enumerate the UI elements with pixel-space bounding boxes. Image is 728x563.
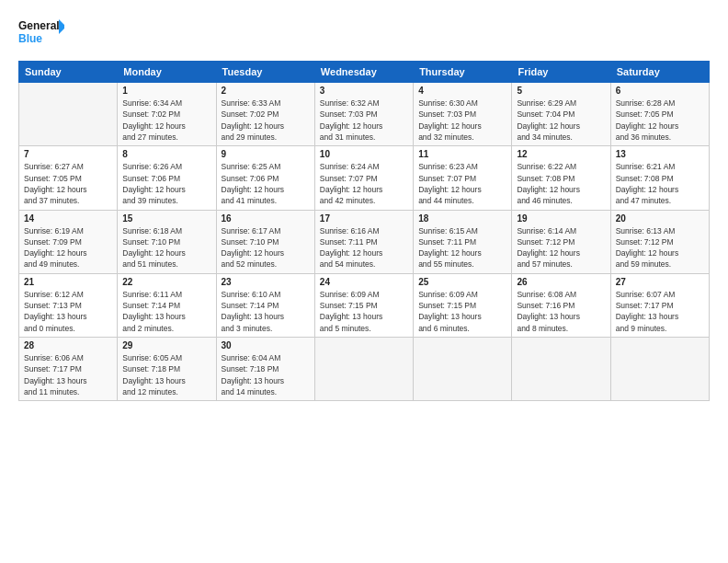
cell-info: Sunrise: 6:16 AM Sunset: 7:11 PM Dayligh… (320, 225, 408, 270)
date-number: 10 (320, 149, 408, 159)
date-number: 11 (418, 149, 506, 159)
calendar-cell: 26Sunrise: 6:08 AM Sunset: 7:16 PM Dayli… (512, 273, 610, 337)
date-number: 5 (517, 86, 605, 96)
cell-info: Sunrise: 6:32 AM Sunset: 7:03 PM Dayligh… (320, 98, 408, 143)
cell-info: Sunrise: 6:28 AM Sunset: 7:05 PM Dayligh… (616, 98, 704, 143)
calendar-cell: 8Sunrise: 6:26 AM Sunset: 7:06 PM Daylig… (118, 146, 216, 210)
calendar-cell: 17Sunrise: 6:16 AM Sunset: 7:11 PM Dayli… (314, 210, 413, 273)
cell-info: Sunrise: 6:14 AM Sunset: 7:12 PM Dayligh… (517, 225, 605, 270)
calendar-cell (19, 83, 118, 146)
cell-info: Sunrise: 6:06 AM Sunset: 7:17 PM Dayligh… (24, 352, 112, 397)
svg-marker-2 (59, 19, 64, 34)
calendar-cell: 22Sunrise: 6:11 AM Sunset: 7:14 PM Dayli… (118, 273, 216, 337)
calendar-cell: 21Sunrise: 6:12 AM Sunset: 7:13 PM Dayli… (19, 273, 118, 337)
svg-text:General: General (18, 19, 60, 32)
calendar-cell: 24Sunrise: 6:09 AM Sunset: 7:15 PM Dayli… (314, 273, 413, 337)
date-number: 21 (24, 277, 112, 287)
date-number: 20 (616, 213, 704, 224)
cell-info: Sunrise: 6:08 AM Sunset: 7:16 PM Dayligh… (517, 289, 605, 334)
calendar-cell: 12Sunrise: 6:22 AM Sunset: 7:08 PM Dayli… (512, 146, 610, 210)
cell-info: Sunrise: 6:22 AM Sunset: 7:08 PM Dayligh… (517, 161, 605, 206)
date-number: 19 (517, 213, 605, 224)
cell-info: Sunrise: 6:05 AM Sunset: 7:18 PM Dayligh… (122, 352, 210, 397)
svg-text:Blue: Blue (18, 32, 42, 45)
cell-info: Sunrise: 6:09 AM Sunset: 7:15 PM Dayligh… (418, 289, 506, 334)
cell-info: Sunrise: 6:12 AM Sunset: 7:13 PM Dayligh… (24, 289, 112, 334)
calendar-cell (610, 338, 709, 401)
date-number: 29 (122, 340, 210, 350)
calendar-header-row: SundayMondayTuesdayWednesdayThursdayFrid… (19, 62, 710, 83)
calendar-cell: 7Sunrise: 6:27 AM Sunset: 7:05 PM Daylig… (19, 146, 118, 210)
calendar-cell: 14Sunrise: 6:19 AM Sunset: 7:09 PM Dayli… (19, 210, 118, 273)
date-number: 13 (616, 149, 704, 159)
cell-info: Sunrise: 6:04 AM Sunset: 7:18 PM Dayligh… (222, 352, 310, 397)
calendar-cell: 3Sunrise: 6:32 AM Sunset: 7:03 PM Daylig… (314, 83, 413, 146)
col-header-saturday: Saturday (610, 62, 709, 83)
cell-info: Sunrise: 6:11 AM Sunset: 7:14 PM Dayligh… (122, 289, 210, 334)
date-number: 27 (616, 277, 704, 287)
cell-info: Sunrise: 6:09 AM Sunset: 7:15 PM Dayligh… (320, 289, 408, 334)
cell-info: Sunrise: 6:19 AM Sunset: 7:09 PM Dayligh… (24, 225, 112, 270)
date-number: 6 (616, 86, 704, 96)
calendar-cell: 5Sunrise: 6:29 AM Sunset: 7:04 PM Daylig… (512, 83, 610, 146)
calendar-cell: 18Sunrise: 6:15 AM Sunset: 7:11 PM Dayli… (414, 210, 512, 273)
calendar-cell: 2Sunrise: 6:33 AM Sunset: 7:02 PM Daylig… (216, 83, 314, 146)
calendar-cell (314, 338, 413, 401)
cell-info: Sunrise: 6:23 AM Sunset: 7:07 PM Dayligh… (418, 161, 506, 206)
logo-svg: General Blue (18, 15, 64, 52)
calendar-cell: 19Sunrise: 6:14 AM Sunset: 7:12 PM Dayli… (512, 210, 610, 273)
date-number: 3 (320, 86, 408, 96)
cell-info: Sunrise: 6:24 AM Sunset: 7:07 PM Dayligh… (320, 161, 408, 206)
cell-info: Sunrise: 6:17 AM Sunset: 7:10 PM Dayligh… (222, 225, 310, 270)
date-number: 2 (222, 86, 310, 96)
calendar-cell: 23Sunrise: 6:10 AM Sunset: 7:14 PM Dayli… (216, 273, 314, 337)
cell-info: Sunrise: 6:15 AM Sunset: 7:11 PM Dayligh… (418, 225, 506, 270)
cell-info: Sunrise: 6:33 AM Sunset: 7:02 PM Dayligh… (222, 98, 310, 143)
date-number: 28 (24, 340, 112, 350)
date-number: 24 (320, 277, 408, 287)
cell-info: Sunrise: 6:18 AM Sunset: 7:10 PM Dayligh… (122, 225, 210, 270)
cell-info: Sunrise: 6:25 AM Sunset: 7:06 PM Dayligh… (222, 161, 310, 206)
page-header: General Blue (18, 15, 710, 52)
date-number: 26 (517, 277, 605, 287)
date-number: 1 (122, 86, 210, 96)
calendar-cell (414, 338, 512, 401)
cell-info: Sunrise: 6:10 AM Sunset: 7:14 PM Dayligh… (222, 289, 310, 334)
calendar-cell: 20Sunrise: 6:13 AM Sunset: 7:12 PM Dayli… (610, 210, 709, 273)
calendar-cell: 25Sunrise: 6:09 AM Sunset: 7:15 PM Dayli… (414, 273, 512, 337)
calendar-week-row: 14Sunrise: 6:19 AM Sunset: 7:09 PM Dayli… (19, 210, 710, 273)
col-header-sunday: Sunday (19, 62, 118, 83)
calendar-table: SundayMondayTuesdayWednesdayThursdayFrid… (18, 61, 710, 401)
calendar-cell: 30Sunrise: 6:04 AM Sunset: 7:18 PM Dayli… (216, 338, 314, 401)
col-header-wednesday: Wednesday (314, 62, 413, 83)
date-number: 12 (517, 149, 605, 159)
date-number: 23 (222, 277, 310, 287)
calendar-week-row: 21Sunrise: 6:12 AM Sunset: 7:13 PM Dayli… (19, 273, 710, 337)
date-number: 8 (122, 149, 210, 159)
date-number: 25 (418, 277, 506, 287)
calendar-cell: 9Sunrise: 6:25 AM Sunset: 7:06 PM Daylig… (216, 146, 314, 210)
calendar-week-row: 7Sunrise: 6:27 AM Sunset: 7:05 PM Daylig… (19, 146, 710, 210)
cell-info: Sunrise: 6:21 AM Sunset: 7:08 PM Dayligh… (616, 161, 704, 206)
calendar-week-row: 1Sunrise: 6:34 AM Sunset: 7:02 PM Daylig… (19, 83, 710, 146)
date-number: 17 (320, 213, 408, 224)
col-header-friday: Friday (512, 62, 610, 83)
date-number: 4 (418, 86, 506, 96)
cell-info: Sunrise: 6:27 AM Sunset: 7:05 PM Dayligh… (24, 161, 112, 206)
logo: General Blue (18, 15, 64, 52)
calendar-cell: 28Sunrise: 6:06 AM Sunset: 7:17 PM Dayli… (19, 338, 118, 401)
calendar-cell: 6Sunrise: 6:28 AM Sunset: 7:05 PM Daylig… (610, 83, 709, 146)
date-number: 16 (222, 213, 310, 224)
date-number: 30 (222, 340, 310, 350)
cell-info: Sunrise: 6:34 AM Sunset: 7:02 PM Dayligh… (122, 98, 210, 143)
cell-info: Sunrise: 6:29 AM Sunset: 7:04 PM Dayligh… (517, 98, 605, 143)
date-number: 7 (24, 149, 112, 159)
date-number: 9 (222, 149, 310, 159)
calendar-cell: 15Sunrise: 6:18 AM Sunset: 7:10 PM Dayli… (118, 210, 216, 273)
date-number: 18 (418, 213, 506, 224)
cell-info: Sunrise: 6:26 AM Sunset: 7:06 PM Dayligh… (122, 161, 210, 206)
calendar-cell: 13Sunrise: 6:21 AM Sunset: 7:08 PM Dayli… (610, 146, 709, 210)
col-header-thursday: Thursday (414, 62, 512, 83)
cell-info: Sunrise: 6:30 AM Sunset: 7:03 PM Dayligh… (418, 98, 506, 143)
calendar-cell: 27Sunrise: 6:07 AM Sunset: 7:17 PM Dayli… (610, 273, 709, 337)
